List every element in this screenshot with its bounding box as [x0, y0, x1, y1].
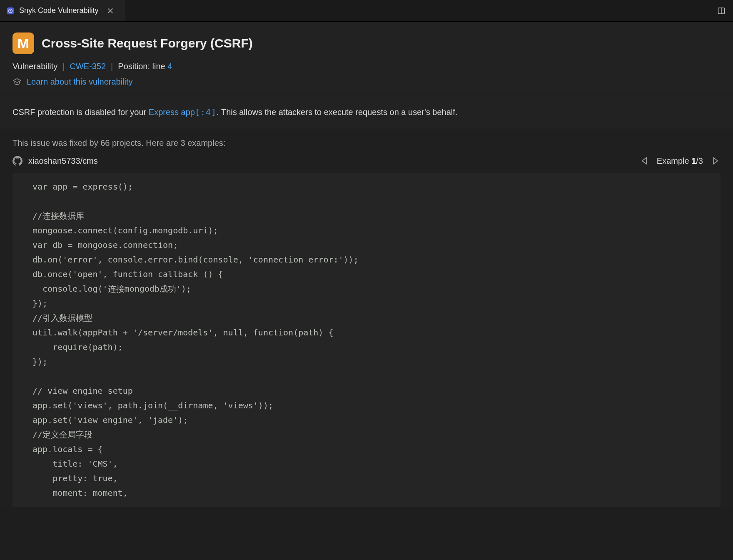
source-ref[interactable]: [:4] — [195, 107, 217, 117]
vuln-description: CSRF protection is disabled for your Exp… — [0, 96, 733, 128]
repo-name: xiaoshan5733/cms — [28, 156, 98, 166]
express-app-link[interactable]: Express app — [149, 108, 195, 117]
examples-lead: This issue was fixed by 66 projects. Her… — [12, 138, 721, 148]
github-icon — [12, 156, 22, 166]
cwe-link[interactable]: CWE-352 — [70, 62, 106, 71]
vuln-header: M Cross-Site Request Forgery (CSRF) Vuln… — [0, 22, 733, 96]
tab-bar: Snyk Code Vulnerability — [0, 0, 733, 22]
svg-point-2 — [10, 10, 11, 11]
pager-label: Example 1/3 — [657, 156, 703, 166]
close-icon[interactable] — [106, 6, 115, 15]
split-editor-icon[interactable] — [716, 5, 727, 17]
position-line-link[interactable]: 4 — [167, 62, 172, 71]
tab-title: Snyk Code Vulnerability — [19, 6, 98, 15]
severity-letter: M — [17, 35, 29, 52]
tab-snyk-vulnerability[interactable]: Snyk Code Vulnerability — [0, 0, 125, 21]
vuln-type-label: Vulnerability — [12, 62, 57, 71]
snyk-icon — [6, 6, 15, 15]
next-example-button[interactable] — [711, 155, 721, 166]
fix-examples-section: This issue was fixed by 66 projects. Her… — [0, 128, 733, 507]
tabbar-actions — [716, 0, 733, 21]
content-area: M Cross-Site Request Forgery (CSRF) Vuln… — [0, 22, 733, 560]
prev-example-button[interactable] — [639, 155, 649, 166]
code-example: var app = express(); //连接数据库 mongoose.co… — [12, 173, 721, 507]
code-content[interactable]: var app = express(); //连接数据库 mongoose.co… — [12, 180, 721, 500]
example-repo[interactable]: xiaoshan5733/cms — [12, 156, 98, 166]
separator: | — [111, 62, 113, 71]
example-pager: Example 1/3 — [639, 155, 721, 166]
severity-badge: M — [12, 32, 34, 54]
separator: | — [62, 62, 65, 71]
learn-link[interactable]: Learn about this vulnerability — [27, 77, 133, 87]
graduation-cap-icon — [12, 78, 22, 87]
position-label: Position: line 4 — [118, 62, 172, 71]
page-title: Cross-Site Request Forgery (CSRF) — [42, 36, 253, 50]
meta-row: Vulnerability | CWE-352 | Position: line… — [12, 62, 721, 71]
